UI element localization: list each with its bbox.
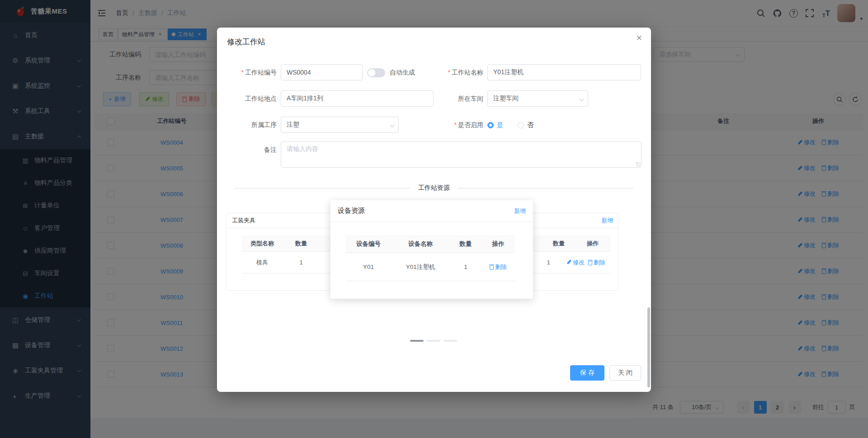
- save-button[interactable]: 保 存: [570, 365, 604, 381]
- right-card-add-link[interactable]: 新增: [601, 217, 613, 225]
- equipment-row-code: Y01: [346, 264, 391, 270]
- carousel-indicator-2[interactable]: [427, 340, 440, 342]
- equipment-col-actions: 操作: [481, 240, 515, 248]
- radio-dot-icon: [518, 122, 524, 128]
- carousel-indicator-1[interactable]: [410, 340, 424, 342]
- remark-field-textarea[interactable]: [281, 141, 642, 168]
- location-field-label: 工作站地点: [217, 90, 277, 107]
- equipment-col-code: 设备编号: [346, 240, 391, 248]
- workshop-field-select[interactable]: 注塑车间: [487, 90, 588, 107]
- fixture-row-type: 模具: [242, 259, 283, 267]
- fixture-col-qty: 数量: [283, 240, 320, 248]
- close-icon[interactable]: ×: [636, 33, 642, 43]
- section-title: 工作站资源: [410, 184, 458, 192]
- enabled-no-radio[interactable]: 否: [518, 121, 533, 129]
- trash-icon: [490, 265, 494, 270]
- name-field-input[interactable]: [487, 64, 641, 80]
- equipment-col-qty: 数量: [450, 240, 481, 248]
- process-field-select[interactable]: 注塑: [281, 117, 399, 133]
- chevron-down-icon: [580, 96, 584, 101]
- app-root: 苦糖果MES ⌂ 首页 ⚙ 系统管理 ▣ 系统监控 ⚒ 系统工具 ▤ 主数据: [0, 0, 868, 438]
- equipment-add-link[interactable]: 新增: [514, 207, 526, 215]
- radio-dot-icon: [487, 122, 494, 128]
- textarea-resize-handle[interactable]: [636, 162, 641, 167]
- remark-field-label: 备注: [217, 141, 277, 158]
- pencil-icon: [566, 260, 571, 265]
- right-row-edit-link[interactable]: 修改: [566, 259, 585, 267]
- equipment-popup-title: 设备资源: [338, 207, 365, 215]
- enabled-yes-radio[interactable]: 是: [487, 121, 503, 129]
- auto-generate-toggle[interactable]: [367, 68, 385, 77]
- equipment-resource-popup: 设备资源 新增 设备编号 设备名称 数量 操作 Y01 Y01注塑机 1 删除: [330, 200, 533, 299]
- dialog-title: 修改工作站: [227, 37, 265, 47]
- right-col-actions: 操作: [575, 240, 611, 248]
- fixture-card-title: 工装夹具: [232, 217, 255, 225]
- dialog-scrollbar-thumb[interactable]: [647, 307, 650, 387]
- code-field-label: *工作站编号: [217, 64, 277, 80]
- trash-icon: [588, 261, 592, 265]
- process-field-label: 所属工序: [217, 117, 277, 133]
- fixture-col-type: 类型名称: [242, 240, 283, 248]
- equipment-row-delete-link[interactable]: 删除: [490, 263, 507, 271]
- equipment-col-name: 设备名称: [391, 240, 450, 248]
- name-field-label: *工作站名称: [393, 64, 483, 80]
- equipment-row-qty: 1: [450, 264, 481, 270]
- workshop-field-label: 所在车间: [393, 90, 483, 107]
- right-row-delete-link[interactable]: 删除: [588, 259, 605, 267]
- dialog-close-button[interactable]: 关 闭: [609, 365, 641, 381]
- section-divider: 工作站资源: [235, 188, 633, 188]
- fixture-row-qty: 1: [283, 259, 320, 266]
- edit-workstation-dialog: 修改工作站 × *工作站编号 自动生成 *工作站名称 工作站地点 所在车间 注塑…: [217, 28, 651, 392]
- carousel-indicator-3[interactable]: [443, 340, 457, 342]
- code-field-input[interactable]: [281, 64, 363, 80]
- enabled-field-label: *是否启用: [393, 117, 483, 133]
- equipment-row-name: Y01注塑机: [391, 263, 450, 271]
